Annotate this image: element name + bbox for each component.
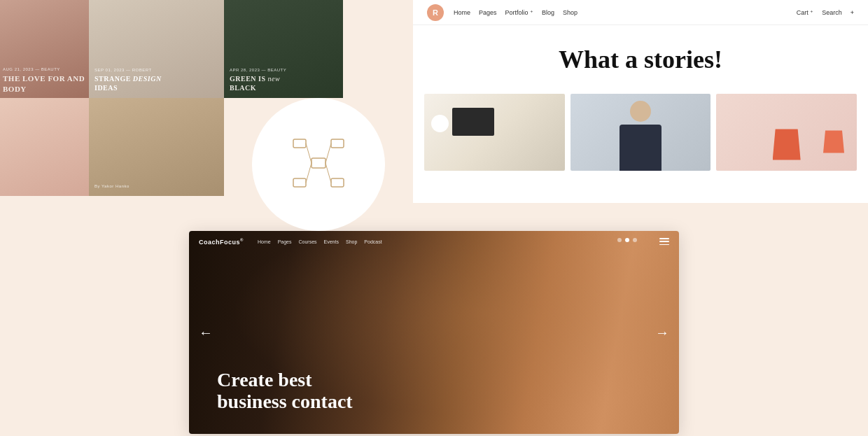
- roseto-nav-home[interactable]: Home: [454, 9, 470, 16]
- coachfocus-logo: CoachFocus®: [199, 238, 244, 246]
- roseto-logo: R: [427, 4, 444, 21]
- svg-rect-4: [331, 178, 344, 187]
- blog-card-4[interactable]: [0, 98, 89, 196]
- dot-3[interactable]: [633, 238, 637, 242]
- roseto-search[interactable]: Search: [822, 9, 842, 16]
- coachfocus-headline-line2: business contact: [217, 391, 353, 413]
- card-1-meta: AUG 21, 2023 — BEAUTY: [3, 67, 86, 71]
- card-3-meta: APR 28, 2023 — BEAUTY: [230, 68, 337, 72]
- hamburger-line-1: [659, 238, 669, 239]
- coachfocus-nav-courses[interactable]: Courses: [298, 239, 316, 244]
- coachfocus-hero-text: Create best business contact: [217, 370, 353, 413]
- coachfocus-slide-dots: [617, 238, 637, 242]
- card-3-title: GREEN IS newBLACK: [230, 74, 337, 92]
- coachfocus-navbar: CoachFocus® Home Pages Courses Events Sh…: [189, 231, 679, 252]
- roseto-navbar: R Home Pages Portfolio ⁺ Blog Shop Cart …: [413, 0, 868, 25]
- network-diagram-icon: [290, 135, 346, 194]
- svg-line-6: [326, 143, 331, 163]
- svg-rect-0: [312, 158, 326, 168]
- coachfocus-nav-home[interactable]: Home: [258, 239, 271, 244]
- coachfocus-template-preview: CoachFocus® Home Pages Courses Events Sh…: [189, 231, 679, 434]
- card-2-title: STRANGE designIDEAS: [94, 74, 218, 92]
- hamburger-line-2: [659, 241, 669, 242]
- roseto-cart[interactable]: Cart ⁺: [797, 9, 814, 16]
- roseto-hero-section: What a stories!: [413, 25, 868, 88]
- previous-slide-arrow[interactable]: ←: [199, 325, 213, 341]
- roseto-nav-portfolio[interactable]: Portfolio ⁺: [505, 9, 534, 16]
- blog-card-3[interactable]: APR 28, 2023 — BEAUTY GREEN IS newBLACK: [224, 0, 343, 98]
- card-2-meta: SEP 01, 2023 — ROBERT: [94, 68, 218, 72]
- roseto-image-bags: [716, 94, 857, 171]
- coachfocus-nav-events[interactable]: Events: [324, 239, 339, 244]
- roseto-image-desk: [424, 94, 565, 171]
- network-icon-circle: [252, 98, 385, 231]
- dot-1[interactable]: [617, 238, 622, 242]
- svg-line-8: [326, 163, 331, 183]
- roseto-image-gallery: [413, 88, 868, 176]
- roseto-nav-links: Home Pages Portfolio ⁺ Blog Shop: [454, 9, 787, 16]
- svg-rect-1: [293, 139, 306, 148]
- card-5-meta: By Yakor Hanko: [94, 184, 218, 188]
- blog-card-1[interactable]: AUG 21, 2023 — BEAUTY THE LOVE for AND B…: [0, 0, 89, 98]
- roseto-image-person: [570, 94, 711, 171]
- roseto-nav-shop[interactable]: Shop: [563, 9, 578, 16]
- svg-rect-2: [331, 139, 344, 148]
- svg-line-5: [306, 143, 312, 163]
- roseto-plus[interactable]: +: [850, 9, 854, 16]
- coachfocus-nav-links: Home Pages Courses Events Shop Podcast: [258, 239, 659, 244]
- roseto-nav-pages[interactable]: Pages: [479, 9, 497, 16]
- coachfocus-headline-line1: Create best: [217, 370, 353, 391]
- roseto-nav-blog[interactable]: Blog: [542, 9, 554, 16]
- dot-2[interactable]: [625, 238, 629, 242]
- blog-card-2[interactable]: SEP 01, 2023 — ROBERT STRANGE designIDEA…: [89, 0, 224, 98]
- roseto-nav-actions: Cart ⁺ Search +: [797, 9, 854, 16]
- roseto-template-preview: R Home Pages Portfolio ⁺ Blog Shop Cart …: [413, 0, 868, 203]
- next-slide-arrow[interactable]: →: [655, 325, 669, 341]
- coachfocus-nav-shop[interactable]: Shop: [346, 239, 357, 244]
- card-1-title: THE LOVE for AND BODY: [3, 73, 86, 94]
- coachfocus-nav-pages[interactable]: Pages: [278, 239, 292, 244]
- blog-card-5[interactable]: By Yakor Hanko: [89, 98, 224, 196]
- hamburger-menu-icon[interactable]: [659, 238, 669, 245]
- svg-line-7: [306, 163, 312, 183]
- coachfocus-hero: CoachFocus® Home Pages Courses Events Sh…: [189, 231, 679, 434]
- roseto-headline: What a stories!: [441, 46, 840, 74]
- svg-rect-3: [293, 178, 306, 187]
- hamburger-line-3: [659, 244, 669, 246]
- coachfocus-nav-podcast[interactable]: Podcast: [364, 239, 382, 244]
